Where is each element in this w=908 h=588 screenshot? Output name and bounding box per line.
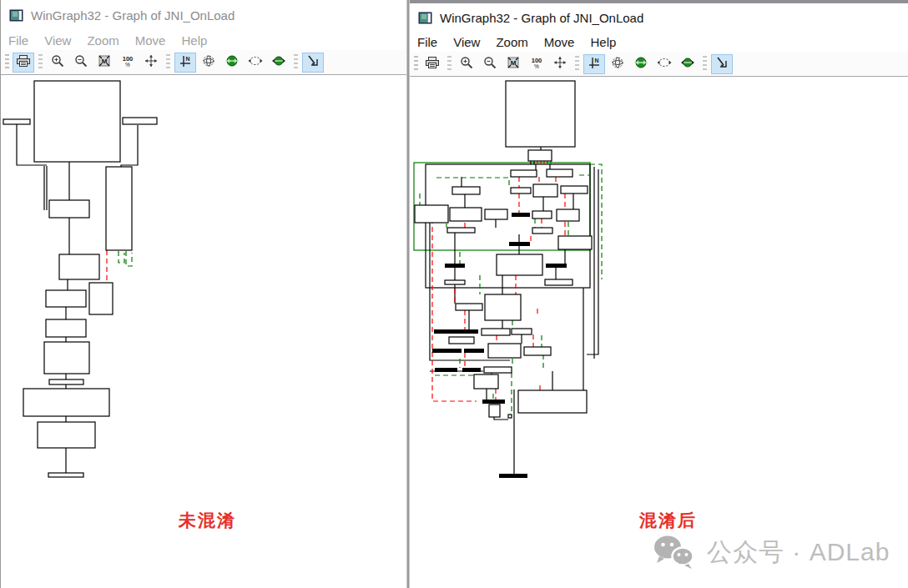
print-button[interactable] <box>421 54 443 74</box>
graph-node[interactable] <box>557 209 579 221</box>
graph-node[interactable] <box>482 329 510 335</box>
graph-node[interactable] <box>49 200 89 218</box>
menu-item-zoom[interactable]: Zoom <box>496 35 527 49</box>
zoom-fit-button[interactable]: M <box>502 54 524 74</box>
graph-canvas-left[interactable]: 未混淆 <box>1 78 407 588</box>
graph-node-collapsed[interactable] <box>462 368 481 372</box>
zoom-100-button[interactable]: 100% <box>117 53 139 73</box>
graph-canvas-right[interactable]: 混淆后 <box>410 78 908 588</box>
graph-node[interactable] <box>415 205 448 223</box>
graph-node-collapsed[interactable] <box>512 213 530 217</box>
graph-node-collapsed[interactable] <box>457 329 478 334</box>
graph-node[interactable] <box>497 254 542 275</box>
graph-node[interactable] <box>508 415 512 418</box>
graph-node[interactable] <box>106 167 132 250</box>
graph-node[interactable] <box>532 211 552 219</box>
svg-text:%: % <box>534 63 539 69</box>
graph-node-collapsed[interactable] <box>434 329 457 334</box>
graph-node-collapsed[interactable] <box>482 400 505 404</box>
graph-node-collapsed[interactable] <box>464 349 484 353</box>
graph-node[interactable] <box>449 337 474 344</box>
menu-item-help[interactable]: Help <box>181 33 207 48</box>
graph-node[interactable] <box>512 329 532 334</box>
rotate-globe-icon <box>611 56 624 73</box>
menu-item-view[interactable]: View <box>453 35 480 49</box>
shrink-sphere-icon <box>680 56 695 73</box>
graph-node[interactable] <box>447 228 475 233</box>
zoom-in-button[interactable] <box>47 53 68 73</box>
follow-edge-button[interactable] <box>302 53 324 73</box>
menu-item-help[interactable]: Help <box>590 35 616 49</box>
graph-node[interactable] <box>48 473 83 477</box>
graph-node[interactable] <box>532 228 552 234</box>
follow-edge-button[interactable] <box>711 54 733 74</box>
graph-edge <box>436 178 509 188</box>
zoom-100-button[interactable]: 100% <box>526 54 547 74</box>
graph-node[interactable] <box>511 188 531 193</box>
graph-node-collapsed[interactable] <box>435 368 457 372</box>
graph-node[interactable] <box>456 304 482 310</box>
layout-axis-button[interactable]: N <box>174 53 196 73</box>
graph-node[interactable] <box>452 187 480 194</box>
layout-axis-button[interactable]: N <box>583 54 605 74</box>
graph-node-collapsed[interactable] <box>546 264 567 268</box>
menu-item-file[interactable]: File <box>417 35 437 49</box>
graph-node-collapsed[interactable] <box>499 474 527 478</box>
graph-node[interactable] <box>545 279 573 285</box>
shrink-sphere-icon <box>271 54 286 71</box>
graph-node[interactable] <box>484 367 512 373</box>
graph-node[interactable] <box>3 119 30 124</box>
center-graph-button[interactable] <box>549 54 571 74</box>
graph-node[interactable] <box>59 254 99 279</box>
stretch-dashed-button[interactable] <box>653 54 675 74</box>
graph-node-collapsed[interactable] <box>445 264 465 268</box>
graph-node[interactable] <box>506 81 575 147</box>
zoom-out-button[interactable] <box>479 54 501 74</box>
stretch-dashed-icon <box>248 54 263 71</box>
graph-node[interactable] <box>123 118 157 124</box>
center-graph-button[interactable] <box>140 53 162 73</box>
graph-node[interactable] <box>445 280 465 284</box>
graph-node[interactable] <box>450 208 482 221</box>
graph-node-collapsed[interactable] <box>432 349 462 353</box>
menu-item-move[interactable]: Move <box>135 33 166 48</box>
graph-node[interactable] <box>485 294 521 320</box>
graph-node[interactable] <box>533 184 557 197</box>
graph-node[interactable] <box>561 186 588 193</box>
pan-sphere-button[interactable] <box>630 54 652 74</box>
graph-node[interactable] <box>89 283 113 314</box>
print-button[interactable] <box>13 53 34 73</box>
rotate-globe-button[interactable] <box>198 53 219 73</box>
graph-node[interactable] <box>524 347 551 355</box>
graph-node[interactable] <box>46 290 86 307</box>
graph-node[interactable] <box>44 342 89 374</box>
rotate-globe-button[interactable] <box>607 54 628 74</box>
graph-node[interactable] <box>558 236 592 249</box>
graph-node[interactable] <box>488 344 521 358</box>
menu-item-zoom[interactable]: Zoom <box>87 33 119 48</box>
zoom-in-button[interactable] <box>456 54 477 74</box>
shrink-sphere-button[interactable] <box>268 53 290 73</box>
zoom-out-button[interactable] <box>70 53 92 73</box>
menu-item-file[interactable]: File <box>8 33 28 48</box>
graph-node[interactable] <box>23 389 109 416</box>
graph-node[interactable] <box>474 374 498 389</box>
graph-node[interactable] <box>489 405 500 417</box>
menu-item-move[interactable]: Move <box>544 35 575 49</box>
graph-node[interactable] <box>38 422 95 448</box>
graph-node[interactable] <box>511 170 537 177</box>
graph-node[interactable] <box>34 81 120 162</box>
graph-node[interactable] <box>528 150 552 161</box>
stretch-dashed-button[interactable] <box>245 53 266 73</box>
graph-node[interactable] <box>518 390 587 413</box>
graph-node-collapsed[interactable] <box>509 242 530 246</box>
graph-node[interactable] <box>485 209 507 219</box>
zoom-fit-button[interactable]: M <box>93 53 115 73</box>
menubar: FileViewZoomMoveHelp <box>410 32 908 52</box>
graph-node[interactable] <box>46 319 86 337</box>
menu-item-view[interactable]: View <box>44 33 71 48</box>
pan-sphere-button[interactable] <box>221 53 243 73</box>
graph-node[interactable] <box>49 379 83 384</box>
shrink-sphere-button[interactable] <box>677 54 699 74</box>
graph-node[interactable] <box>547 169 573 177</box>
